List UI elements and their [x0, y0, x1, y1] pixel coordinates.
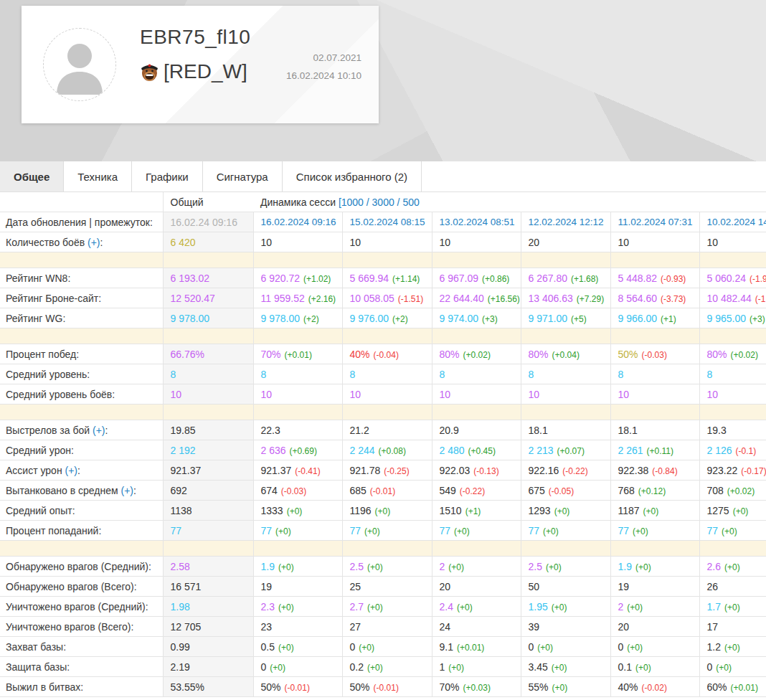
stat-value: 2.5 — [350, 561, 364, 572]
stat-delta: (+0) — [552, 602, 567, 612]
table-row: Средний уровень:8888888 — [0, 364, 766, 384]
stat-delta: (+0) — [367, 562, 383, 572]
session-stat-cell: 6 920.72(+1.02) — [253, 268, 342, 288]
session-stat-cell: 16.02.2024 09:16 — [253, 212, 342, 232]
stat-value: 50% — [261, 681, 281, 693]
total-stat-cell: 0.99 — [163, 637, 253, 657]
session-stat-cell: 5 448.82(-0.93) — [610, 268, 699, 288]
session-date-link[interactable]: 11.02.2024 07:31 — [618, 217, 693, 227]
stat-delta: (-0.04) — [374, 350, 399, 360]
session-stat-cell: 2.7(+0) — [342, 597, 432, 617]
stat-delta: (+0) — [278, 602, 294, 612]
spacer-cell — [610, 541, 699, 557]
spacer-cell — [0, 252, 163, 268]
session-stat-cell: 922.03(-0.13) — [432, 460, 521, 481]
row-label: Выстрелов за бой (+): — [0, 420, 163, 440]
total-stat-cell: 77 — [163, 521, 253, 541]
stat-delta: (+0) — [275, 526, 291, 536]
dynamics-thresholds-link[interactable]: [1000 / 3000 / 500 — [339, 197, 420, 208]
stat-value: 19 — [261, 581, 273, 592]
stat-value: 8 — [261, 369, 267, 380]
session-stat-cell: 5 669.94(+1.14) — [342, 268, 432, 288]
total-stat-cell: 10 — [163, 384, 253, 405]
spacer-cell — [521, 328, 610, 344]
session-date-link[interactable]: 13.02.2024 08:51 — [440, 217, 515, 227]
stat-value: 1.9 — [261, 561, 275, 572]
stat-value: 8 564.60 — [618, 293, 658, 304]
table-row: Средний опыт:11381333(+0)1196(+0)1510(+1… — [0, 501, 766, 521]
stat-delta: (+1.68) — [571, 274, 598, 284]
session-stat-cell: 2 213(+0.07) — [521, 440, 610, 460]
stat-value: 22 644.40 — [440, 293, 484, 304]
row-label: Уничтожено врагов (Всего): — [0, 617, 163, 637]
header-dynamics-column: Динамика сесси [1000 / 3000 / 500 — [253, 192, 432, 212]
session-stat-cell: 10 — [699, 232, 766, 252]
session-stat-cell: 24 — [432, 617, 521, 637]
stat-delta: (+0) — [724, 643, 740, 653]
stat-delta: (-1 — [755, 294, 766, 304]
stat-value: 6 420 — [171, 237, 196, 248]
stat-value: 2.58 — [171, 561, 190, 572]
session-stat-cell: 2 126(-0.1) — [699, 440, 766, 460]
tab-general[interactable]: Общее — [0, 161, 64, 191]
session-stat-cell: 50%(-0.03) — [610, 344, 699, 364]
session-stat-cell: 18.1 — [610, 420, 699, 440]
stat-value: 26 — [707, 581, 719, 592]
stat-value: 20.9 — [440, 425, 459, 436]
stat-delta: (+0.69) — [290, 446, 317, 456]
stat-delta: (+0) — [552, 683, 568, 693]
expand-plus-link[interactable]: (+) — [121, 485, 134, 496]
stat-value: 10 058.05 — [350, 293, 394, 304]
stat-delta: (+3) — [482, 314, 498, 324]
tab-favorites[interactable]: Список избранного (2) — [283, 161, 422, 191]
spacer-cell — [342, 252, 432, 268]
session-stat-cell: 0(+0) — [342, 637, 432, 657]
stat-delta: (+1) — [465, 506, 481, 516]
session-stat-cell: 80%(+0.02) — [432, 344, 521, 364]
spacer-row — [0, 328, 766, 344]
session-stat-cell: 1275(+0) — [699, 501, 766, 521]
tab-signature[interactable]: Сигнатура — [203, 161, 283, 191]
total-stat-cell: 2.19 — [163, 657, 253, 677]
session-stat-cell: 11 959.52(+2.16) — [253, 288, 342, 308]
stat-delta: (-0.05) — [549, 486, 574, 496]
session-date-link[interactable]: 12.02.2024 12:12 — [529, 217, 604, 227]
expand-plus-link[interactable]: (+) — [88, 237, 100, 248]
expand-plus-link[interactable]: (+) — [93, 425, 105, 436]
stat-value: 2 213 — [529, 445, 554, 456]
stat-delta: (+0) — [287, 506, 303, 516]
stat-delta: (+0) — [716, 663, 732, 673]
stat-value: 921.78 — [350, 465, 381, 476]
total-stat-cell: 9 978.00 — [163, 308, 253, 328]
stat-value: 10 — [529, 389, 540, 400]
session-stat-cell: 1510(+1) — [432, 501, 521, 521]
tab-charts[interactable]: Графики — [132, 161, 203, 191]
session-stat-cell: 1.95(+0) — [521, 597, 610, 617]
session-date-link[interactable]: 15.02.2024 08:15 — [350, 217, 425, 227]
session-stat-cell: 18.1 — [521, 420, 610, 440]
table-row: Выстрелов за бой (+):19.8522.321.220.918… — [0, 420, 766, 440]
stat-value: 10 — [440, 389, 451, 400]
session-date-link[interactable]: 16.02.2024 09:16 — [261, 217, 336, 227]
stat-value: 674 — [261, 485, 278, 496]
spacer-cell — [610, 328, 699, 344]
session-stat-cell: 2(+0) — [610, 597, 699, 617]
row-label: Рейтинг WG: — [0, 308, 163, 328]
stat-value: 39 — [529, 621, 540, 633]
stat-delta: (+2) — [303, 314, 319, 324]
stat-value: 6 920.72 — [261, 273, 301, 284]
stat-delta: (+0) — [635, 562, 651, 572]
stat-delta: (+0) — [627, 602, 643, 612]
stat-delta: (+0.02) — [731, 350, 758, 360]
session-date-link[interactable]: 10.02.2024 14 — [707, 217, 766, 227]
stat-value: 77 — [707, 525, 719, 536]
spacer-row — [0, 405, 766, 420]
tab-vehicles[interactable]: Техника — [64, 161, 132, 191]
stat-value: 1.9 — [618, 561, 632, 572]
stat-delta: (+0) — [543, 526, 559, 536]
table-row: Защита базы:2.190(+0)0.2(+0)1(+0)3.45(+0… — [0, 657, 766, 677]
stat-value: 24 — [440, 621, 451, 633]
stat-delta: (+0) — [448, 562, 464, 572]
row-label: Захват базы: — [0, 637, 163, 657]
expand-plus-link[interactable]: (+) — [65, 465, 78, 476]
